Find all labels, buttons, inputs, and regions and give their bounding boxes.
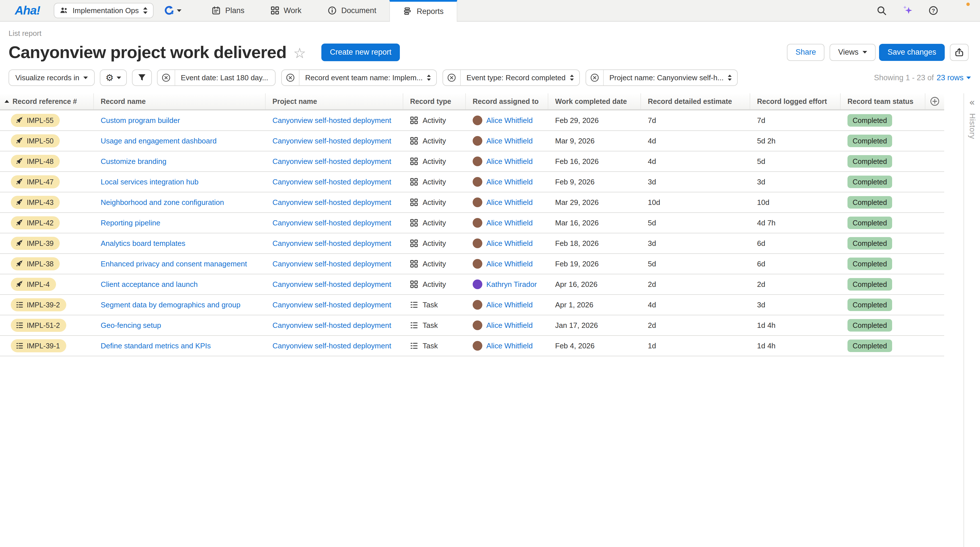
record-reference-badge[interactable]: IMPL-42: [11, 216, 60, 230]
column-header-record-reference[interactable]: Record reference #: [0, 93, 94, 109]
assignee-link[interactable]: Alice Whitfield: [486, 321, 533, 330]
remove-filter-icon[interactable]: [282, 70, 299, 85]
column-header-record-name[interactable]: Record name: [94, 93, 266, 109]
help-icon[interactable]: ?: [928, 5, 939, 16]
remove-filter-icon[interactable]: [586, 70, 603, 85]
assignee-link[interactable]: Alice Whitfield: [486, 341, 533, 350]
record-name-link[interactable]: Define standard metrics and KPIs: [101, 341, 211, 350]
record-reference-badge[interactable]: IMPL-4: [11, 278, 56, 291]
record-reference-badge[interactable]: IMPL-39: [11, 237, 60, 250]
record-name-link[interactable]: Usage and engagement dashboard: [101, 137, 217, 145]
assignee-link[interactable]: Alice Whitfield: [486, 116, 533, 125]
project-name-link[interactable]: Canyonview self-hosted deployment: [272, 280, 391, 289]
save-changes-button[interactable]: Save changes: [879, 44, 945, 61]
filter-chip[interactable]: Event type: Record completed: [442, 69, 579, 86]
create-new-report-button[interactable]: Create new report: [321, 43, 400, 61]
record-name-link[interactable]: Enhanced privacy and consent management: [101, 260, 247, 268]
table-row[interactable]: IMPL-39-2 Segment data by demographics a…: [0, 295, 944, 315]
customize-columns-button[interactable]: ⚙: [100, 69, 127, 86]
record-name-link[interactable]: Custom program builder: [101, 116, 180, 125]
aha-logo[interactable]: Aha!: [15, 4, 40, 18]
record-name-link[interactable]: Segment data by demographics and group: [101, 301, 240, 309]
column-header-record-logged-effort[interactable]: Record logged effort: [750, 93, 841, 109]
record-name-link[interactable]: Customize branding: [101, 157, 166, 166]
export-button[interactable]: [950, 44, 969, 61]
add-filter-button[interactable]: [132, 69, 152, 86]
assignee-link[interactable]: Alice Whitfield: [486, 218, 533, 227]
table-row[interactable]: IMPL-4 Client acceptance and launch Cany…: [0, 274, 944, 295]
expand-panel-icon[interactable]: «: [969, 97, 975, 107]
assignee-link[interactable]: Alice Whitfield: [486, 178, 533, 187]
user-avatar[interactable]: [954, 3, 969, 18]
ai-sparkle-icon[interactable]: [902, 5, 913, 16]
table-row[interactable]: IMPL-55 Custom program builder Canyonvie…: [0, 110, 944, 131]
tab-reports[interactable]: Reports: [389, 0, 457, 21]
project-name-link[interactable]: Canyonview self-hosted deployment: [272, 198, 391, 207]
column-header-project-name[interactable]: Project name: [266, 93, 403, 109]
project-name-link[interactable]: Canyonview self-hosted deployment: [272, 260, 391, 268]
table-row[interactable]: IMPL-43 Neighborhood and zone configurat…: [0, 192, 944, 213]
record-name-link[interactable]: Neighborhood and zone configuration: [101, 198, 224, 207]
table-row[interactable]: IMPL-39 Analytics board templates Canyon…: [0, 233, 944, 254]
assignee-link[interactable]: Alice Whitfield: [486, 198, 533, 207]
project-name-link[interactable]: Canyonview self-hosted deployment: [272, 218, 391, 227]
project-name-link[interactable]: Canyonview self-hosted deployment: [272, 157, 391, 166]
table-row[interactable]: IMPL-50 Usage and engagement dashboard C…: [0, 131, 944, 152]
assignee-link[interactable]: Alice Whitfield: [486, 301, 533, 309]
table-row[interactable]: IMPL-38 Enhanced privacy and consent man…: [0, 254, 944, 274]
filter-chip[interactable]: Record event team name: Implem...: [281, 69, 437, 86]
table-row[interactable]: IMPL-39-1 Define standard metrics and KP…: [0, 336, 944, 356]
table-row[interactable]: IMPL-51-2 Geo-fencing setup Canyonview s…: [0, 315, 944, 336]
tab-work[interactable]: Work: [258, 0, 315, 21]
assignee-link[interactable]: Alice Whitfield: [486, 260, 533, 268]
record-name-link[interactable]: Reporting pipeline: [101, 218, 161, 227]
record-reference-badge[interactable]: IMPL-50: [11, 134, 60, 147]
share-button[interactable]: Share: [787, 44, 824, 61]
search-icon[interactable]: [877, 5, 887, 16]
project-name-link[interactable]: Canyonview self-hosted deployment: [272, 321, 391, 330]
favorite-star-icon[interactable]: ☆: [293, 45, 306, 61]
record-reference-badge[interactable]: IMPL-48: [11, 155, 60, 168]
column-header-record-assigned-to[interactable]: Record assigned to: [466, 93, 548, 109]
record-reference-badge[interactable]: IMPL-38: [11, 257, 60, 270]
record-name-link[interactable]: Client acceptance and launch: [101, 280, 198, 289]
assignee-link[interactable]: Alice Whitfield: [486, 239, 533, 248]
assignee-link[interactable]: Kathryn Tirador: [486, 280, 537, 289]
tab-document[interactable]: Document: [315, 0, 389, 21]
filter-chip[interactable]: Project name: Canyonview self-h...: [585, 69, 738, 86]
assignee-link[interactable]: Alice Whitfield: [486, 137, 533, 145]
column-header-work-completed-date[interactable]: Work completed date: [548, 93, 641, 109]
record-name-link[interactable]: Geo-fencing setup: [101, 321, 161, 330]
project-name-link[interactable]: Canyonview self-hosted deployment: [272, 341, 391, 350]
table-row[interactable]: IMPL-42 Reporting pipeline Canyonview se…: [0, 213, 944, 233]
column-header-record-detailed-estimate[interactable]: Record detailed estimate: [641, 93, 750, 109]
add-column-button[interactable]: [925, 93, 944, 109]
history-panel-label[interactable]: History: [968, 113, 977, 139]
workspace-switcher[interactable]: Implementation Ops: [54, 3, 154, 18]
filter-chip[interactable]: Event date: Last 180 day...: [157, 69, 275, 86]
project-name-link[interactable]: Canyonview self-hosted deployment: [272, 137, 391, 145]
record-name-link[interactable]: Analytics board templates: [101, 239, 185, 248]
record-reference-badge[interactable]: IMPL-39-1: [11, 339, 66, 352]
project-name-link[interactable]: Canyonview self-hosted deployment: [272, 116, 391, 125]
remove-filter-icon[interactable]: [158, 70, 175, 85]
record-reference-badge[interactable]: IMPL-47: [11, 175, 60, 188]
record-reference-badge[interactable]: IMPL-51-2: [11, 319, 66, 332]
project-name-link[interactable]: Canyonview self-hosted deployment: [272, 239, 391, 248]
rows-count-link[interactable]: 23 rows: [937, 73, 971, 82]
record-reference-badge[interactable]: IMPL-55: [11, 114, 60, 127]
remove-filter-icon[interactable]: [443, 70, 460, 85]
record-reference-badge[interactable]: IMPL-43: [11, 196, 60, 209]
column-header-record-team-status[interactable]: Record team status: [841, 93, 925, 109]
record-reference-badge[interactable]: IMPL-39-2: [11, 298, 66, 311]
project-name-link[interactable]: Canyonview self-hosted deployment: [272, 301, 391, 309]
views-dropdown-button[interactable]: Views: [830, 44, 876, 61]
column-header-record-type[interactable]: Record type: [403, 93, 466, 109]
visualize-records-button[interactable]: Visualize records in: [8, 69, 95, 86]
table-row[interactable]: IMPL-47 Local services integration hub C…: [0, 172, 944, 192]
project-name-link[interactable]: Canyonview self-hosted deployment: [272, 178, 391, 187]
product-switcher[interactable]: [163, 5, 181, 16]
table-row[interactable]: IMPL-48 Customize branding Canyonview se…: [0, 152, 944, 172]
record-name-link[interactable]: Local services integration hub: [101, 178, 199, 187]
tab-plans[interactable]: Plans: [199, 0, 258, 21]
